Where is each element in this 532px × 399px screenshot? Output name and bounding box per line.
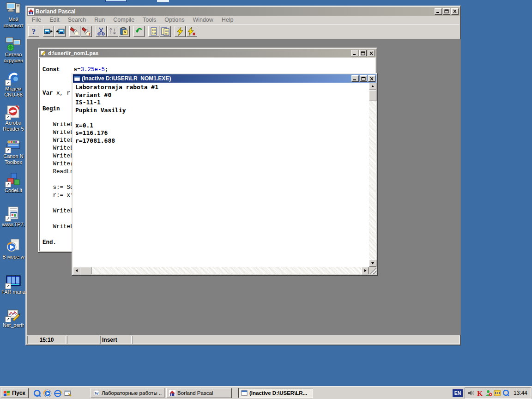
console-icon [74,75,80,82]
compile-button[interactable]: 100011 [148,26,159,37]
task-label: Лабораторные работы ... [102,390,162,396]
horizontal-scrollbar[interactable] [73,267,369,274]
minimize-button[interactable] [435,8,442,15]
find-button[interactable] [69,26,80,37]
console-close-button[interactable] [368,75,375,82]
console-line: Laboratornaja rabota #1 [75,84,369,91]
menu-search[interactable]: Search [64,16,91,24]
tray-kaspersky-icon[interactable]: K [476,389,484,397]
cut-button[interactable] [96,26,107,37]
tray-quicktime-icon[interactable] [502,389,510,397]
code-segment-plain: a= [60,66,81,73]
help-button[interactable]: ? [28,26,39,37]
program-reset-button[interactable] [186,26,197,37]
scroll-right-button[interactable] [362,267,369,274]
desktop-icon-sliver [105,0,127,2]
desktop-icon-modem-cnu[interactable]: ↗МодемCNU-68 [1,70,26,98]
desktop-icon-far-manager[interactable]: ↗FAR mana [1,273,26,295]
tray-volume-icon[interactable] [467,389,475,397]
canon-toolbox-icon: ↗ [5,138,22,153]
menu-help[interactable]: Help [218,16,238,24]
console-line: s=116.176 [75,129,369,137]
tray-wireless-icon[interactable] [494,389,501,397]
scroll-up-button[interactable] [369,83,376,90]
desktop: МойкомпьютСетевоокружен↗МодемCNU-68↗Acro… [0,0,532,399]
quicklaunch-internet-explorer[interactable] [51,389,59,397]
editor-titlebar[interactable]: d:\user\lr_nom1.pas [39,49,376,57]
code-segment-plain: WriteL [42,129,74,136]
code-segment-plain: ; [105,66,109,73]
vertical-scrollbar[interactable] [369,83,376,267]
tray-user-offline-icon[interactable] [485,389,492,397]
desktop-icon-www-tp7[interactable]: ↗www.TP7. [1,206,26,228]
horizontal-scroll-thumb[interactable] [80,267,91,274]
quicklaunch-quicktime[interactable] [30,389,39,397]
desktop-icon-label: Toolbox [5,159,22,165]
console-minimize-button[interactable] [351,75,359,82]
close-button[interactable] [451,8,459,15]
menu-tools[interactable]: Tools [139,16,160,24]
svg-text:?: ? [32,27,36,36]
resize-grip[interactable] [369,267,376,274]
maximize-button[interactable] [443,8,450,15]
editor-maximize-button[interactable] [359,50,367,56]
acrobat-reader-icon: ↗ [5,104,22,120]
editor-close-button[interactable] [368,50,375,56]
desktop-icon-v-more-media[interactable]: В море.w [1,238,26,260]
console-icon [241,390,248,396]
console-titlebar[interactable]: (Inactive D:\USER\LR_NOM1.EXE) [73,74,376,83]
taskbar-task-word[interactable]: WЛабораторные работы ... [91,388,164,398]
quicklaunch-show-desktop[interactable] [61,389,69,397]
language-indicator[interactable]: EN [453,389,463,397]
open-file-button[interactable] [43,26,54,37]
code-segment-plain: r:= x* [42,192,74,199]
desktop-icon-label: www.TP7. [2,222,25,228]
copy-button[interactable] [107,26,118,37]
taskbar-task-borland-pascal[interactable]: Borland Pascal [166,388,232,398]
build-button[interactable]: 100011 [160,26,171,37]
code-segment-plain: s:= Sq [42,184,74,191]
code-segment-keyword: Const [42,66,60,73]
code-segment-plain: WriteL [42,145,74,151]
status-panel-2 [67,336,99,344]
vertical-scroll-thumb[interactable] [369,90,376,101]
desktop-icon-acrobat-reader[interactable]: ↗AcrobaReader 5 [1,104,26,132]
menu-compile[interactable]: Compile [109,16,139,24]
desktop-icon-my-computer[interactable]: Мойкомпьют [1,1,26,29]
code-segment-plain: WriteL [42,153,74,159]
code-segment-keyword: Begin [42,106,60,112]
find-icon [70,27,79,36]
desktop-icon-codelit[interactable]: ↗CodeLit [1,172,26,193]
scroll-down-button[interactable] [369,260,376,267]
build-icon: 100011 [161,27,170,36]
quicklaunch-media-player[interactable] [41,389,49,397]
svg-text:W: W [95,391,99,396]
taskbar-task-console[interactable]: (Inactive D:\USER\LR... [238,388,313,398]
editor-minimize-button[interactable] [351,50,358,56]
bp-menubar: FileEditSearchRunCompileToolsOptionsWind… [27,16,459,24]
desktop-icon-network-neighborhood[interactable]: Сетевоокружен [1,36,26,64]
desktop-icon-label: CodeLit [5,187,22,193]
run-button[interactable] [175,26,186,37]
menu-file[interactable]: File [28,16,45,24]
desktop-icon-canon-toolbox[interactable]: ↗Canon NToolbox [1,138,26,165]
menu-edit[interactable]: Edit [45,16,64,24]
undo-button[interactable] [133,26,145,37]
start-button[interactable]: Пуск [1,388,29,398]
replace-button[interactable]: T [81,26,92,37]
menu-window[interactable]: Window [188,16,217,24]
desktop-icon-label: Reader 5 [3,126,24,132]
desktop-icon-label: FAR mana [1,289,25,295]
menu-options[interactable]: Options [160,16,188,24]
console-line: x=0.1 [75,122,369,130]
console-maximize-button[interactable] [360,75,367,82]
scroll-left-button[interactable] [73,267,80,274]
tray-icons: K [467,389,510,397]
code-segment-keyword: Var [42,90,53,97]
bp-titlebar[interactable]: Borland Pascal [27,7,459,16]
menu-run[interactable]: Run [90,16,109,24]
save-file-button[interactable] [54,26,66,37]
paste-button[interactable] [119,26,130,37]
desktop-icon-net-perf[interactable]: ↗Net_perfr [1,307,26,328]
code-segment-plain: WriteL [42,137,74,144]
